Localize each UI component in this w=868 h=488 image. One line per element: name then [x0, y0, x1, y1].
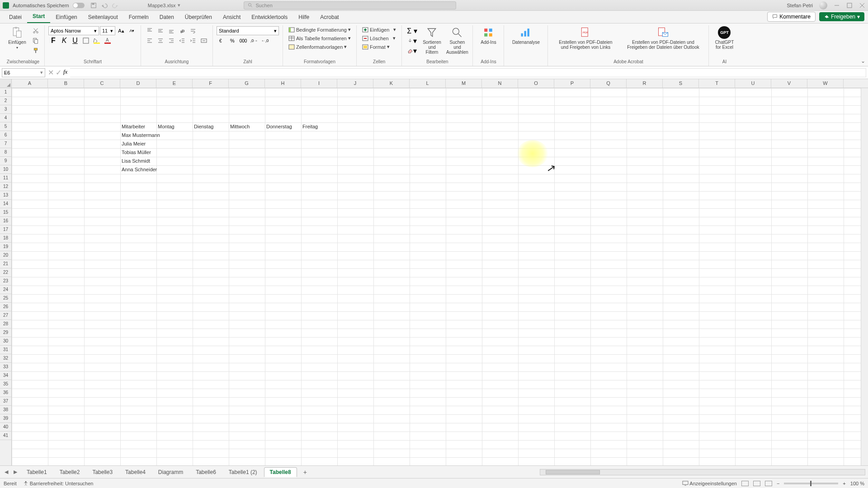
column-header-L[interactable]: L	[410, 79, 446, 88]
italic-button[interactable]: K	[59, 36, 69, 45]
row-header-40[interactable]: 40	[0, 423, 11, 432]
row-header-35[interactable]: 35	[0, 380, 11, 389]
row-header-11[interactable]: 11	[0, 174, 11, 183]
row-header-19[interactable]: 19	[0, 243, 11, 251]
align-center-button[interactable]	[156, 36, 165, 45]
row-header-27[interactable]: 27	[0, 311, 11, 320]
decrease-indent-button[interactable]	[177, 36, 187, 45]
horizontal-scrollbar[interactable]	[540, 469, 865, 475]
delete-cells-button[interactable]: Löschen ▾	[360, 35, 397, 42]
insert-cells-button[interactable]: Einfügen ▾	[360, 26, 398, 33]
sheet-nav-next[interactable]: ▶	[12, 469, 19, 475]
row-header-17[interactable]: 17	[0, 225, 11, 234]
column-header-G[interactable]: G	[229, 79, 265, 88]
increase-indent-button[interactable]	[188, 36, 198, 45]
column-header-M[interactable]: M	[446, 79, 482, 88]
row-header-39[interactable]: 39	[0, 414, 11, 423]
row-header-22[interactable]: 22	[0, 268, 11, 277]
select-all-button[interactable]	[0, 79, 12, 88]
cell-H5[interactable]: Donnerstag	[265, 122, 292, 131]
column-header-R[interactable]: R	[627, 79, 663, 88]
paste-button[interactable]: Einfügen ▾	[5, 26, 29, 50]
column-header-U[interactable]: U	[735, 79, 771, 88]
cell-D5[interactable]: Mitarbeiter	[120, 122, 145, 131]
underline-button[interactable]: U	[70, 36, 80, 45]
border-button[interactable]	[81, 36, 91, 45]
cell-styles-button[interactable]: Zellenformatvorlagen ▾	[287, 43, 349, 50]
analyze-data-button[interactable]: Datenanalyse	[508, 26, 544, 45]
collapse-ribbon-button[interactable]: ⌄	[861, 58, 865, 64]
cell-D9[interactable]: Lisa Schmidt	[120, 157, 150, 165]
add-sheet-button[interactable]: +	[299, 469, 311, 476]
ribbon-tab-datei[interactable]: Datei	[4, 12, 27, 23]
row-header-34[interactable]: 34	[0, 371, 11, 380]
column-header-W[interactable]: W	[807, 79, 844, 88]
sheet-tab-tabelle1[interactable]: Tabelle1	[21, 467, 53, 477]
sheet-tab-tabelle4[interactable]: Tabelle4	[119, 467, 151, 477]
cell-D7[interactable]: Julia Meier	[120, 140, 146, 148]
row-header-33[interactable]: 33	[0, 363, 11, 371]
font-name-combo[interactable]: Aptos Narrow▾	[48, 26, 99, 35]
column-header-K[interactable]: K	[373, 79, 410, 88]
row-header-21[interactable]: 21	[0, 260, 11, 268]
find-select-button[interactable]: Suchen und Auswählen	[445, 26, 469, 55]
row-header-41[interactable]: 41	[0, 432, 11, 440]
pdf-links-button[interactable]: PDF Erstellen von PDF-Dateien und Freige…	[552, 26, 619, 50]
row-header-29[interactable]: 29	[0, 328, 11, 337]
row-header-37[interactable]: 37	[0, 397, 11, 406]
orientation-button[interactable]: ab	[177, 26, 187, 35]
vertical-scrollbar[interactable]	[861, 88, 868, 465]
conditional-formatting-button[interactable]: Bedingte Formatierung ▾	[287, 26, 353, 33]
row-header-6[interactable]: 6	[0, 131, 11, 140]
format-painter-button[interactable]	[31, 46, 41, 55]
align-middle-button[interactable]	[156, 26, 165, 35]
row-header-20[interactable]: 20	[0, 251, 11, 260]
display-settings-button[interactable]: Anzeigeeinstellungen	[682, 481, 737, 486]
sheet-tab-tabelle6[interactable]: Tabelle6	[190, 467, 222, 477]
column-header-F[interactable]: F	[193, 79, 229, 88]
align-left-button[interactable]	[145, 36, 155, 45]
formula-input[interactable]	[70, 68, 866, 77]
zoom-level[interactable]: 100 %	[850, 481, 864, 486]
column-header-I[interactable]: I	[301, 79, 337, 88]
cell-E5[interactable]: Montag	[156, 122, 175, 131]
zoom-in-button[interactable]: +	[843, 481, 845, 486]
page-layout-view-button[interactable]	[753, 481, 760, 486]
undo-icon[interactable]	[101, 2, 108, 9]
cell-D6[interactable]: Max Mustermann	[120, 131, 160, 140]
ribbon-tab-formeln[interactable]: Formeln	[123, 12, 154, 23]
cell-F5[interactable]: Dienstag	[193, 122, 213, 131]
autosum-button[interactable]: Σ ▾	[406, 26, 418, 35]
row-header-3[interactable]: 3	[0, 105, 11, 114]
accept-formula-icon[interactable]: ✓	[56, 68, 61, 77]
cell-D8[interactable]: Tobias Müller	[120, 148, 151, 157]
column-header-P[interactable]: P	[554, 79, 590, 88]
cancel-formula-icon[interactable]: ✕	[48, 68, 54, 77]
column-header-N[interactable]: N	[482, 79, 518, 88]
bold-button[interactable]: F	[48, 36, 58, 45]
user-name[interactable]: Stefan Petri	[787, 3, 813, 8]
column-header-T[interactable]: T	[699, 79, 735, 88]
search-box[interactable]: Suchen	[244, 1, 456, 9]
avatar[interactable]	[819, 1, 827, 9]
ribbon-tab-hilfe[interactable]: Hilfe	[293, 12, 315, 23]
row-header-16[interactable]: 16	[0, 217, 11, 225]
align-top-button[interactable]	[145, 26, 155, 35]
row-header-2[interactable]: 2	[0, 97, 11, 105]
format-as-table-button[interactable]: Als Tabelle formatieren ▾	[287, 35, 353, 42]
column-header-Q[interactable]: Q	[590, 79, 627, 88]
column-header-S[interactable]: S	[663, 79, 699, 88]
merge-button[interactable]	[199, 36, 209, 45]
row-header-12[interactable]: 12	[0, 183, 11, 191]
column-header-C[interactable]: C	[84, 79, 120, 88]
font-color-button[interactable]: A	[103, 36, 113, 45]
column-header-O[interactable]: O	[518, 79, 554, 88]
row-header-32[interactable]: 32	[0, 354, 11, 363]
maximize-icon[interactable]	[846, 2, 853, 9]
shrink-font-button[interactable]: A▾	[127, 26, 137, 35]
ribbon-tab-überprüfen[interactable]: Überprüfen	[179, 12, 217, 23]
row-header-1[interactable]: 1	[0, 88, 11, 97]
fill-button[interactable]: ▾	[406, 36, 418, 45]
ribbon-tab-einfügen[interactable]: Einfügen	[50, 12, 82, 23]
cell-G5[interactable]: Mittwoch	[229, 122, 250, 131]
